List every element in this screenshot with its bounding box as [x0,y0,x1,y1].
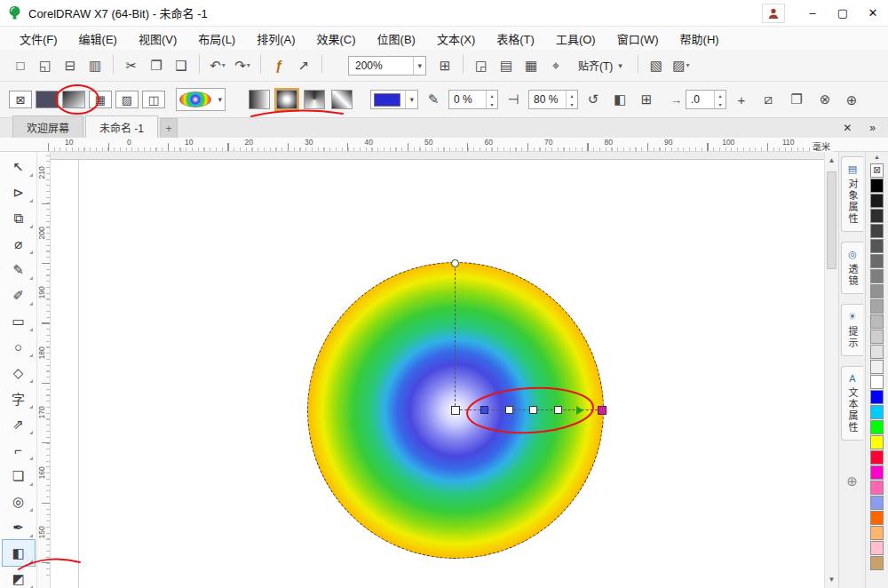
toolbar-button[interactable] [638,54,638,74]
connector-tool[interactable]: ⌐ [3,437,35,463]
save-button[interactable]: ⊟ [59,54,82,77]
tab-untitled-1[interactable]: 未命名 -1 [85,115,158,138]
linear-fountain-button[interactable] [249,90,270,109]
color-swatch[interactable] [870,345,884,359]
color-swatch[interactable] [870,299,884,314]
toolbar-button[interactable] [113,54,114,74]
color-swatch[interactable] [870,526,884,540]
undo-button[interactable]: ↶ [206,54,229,77]
node-color-dropdown[interactable] [370,90,418,109]
conical-fountain-button[interactable] [304,90,325,109]
color-swatch[interactable] [870,179,884,193]
contour-tool[interactable]: ◎ [3,489,35,514]
copy-button[interactable]: ❐ [145,54,168,77]
application-launcher-button[interactable]: ▨ [670,54,693,77]
text-tool[interactable]: 字 [3,385,35,411]
color-swatch[interactable] [870,450,884,465]
redo-button[interactable]: ↷ [231,54,254,77]
stepper[interactable] [566,91,577,108]
color-swatch[interactable] [870,541,884,555]
freehand-tool[interactable]: ✎ [3,257,35,282]
transparency-angle-input[interactable]: .0 [686,90,726,109]
menu-item[interactable]: 文件(F) [9,26,68,52]
scrollbar-thumb[interactable] [827,171,836,269]
menu-item[interactable]: 帮助(H) [670,26,730,52]
gradient-node[interactable] [505,406,513,414]
color-swatch[interactable] [870,209,884,223]
collapse-docker-button[interactable]: » [869,122,876,134]
menu-item[interactable]: 位图(B) [367,26,426,52]
snap-to-dropdown[interactable]: 贴齐(T) [573,55,628,76]
gradient-node[interactable] [554,406,562,414]
rotate-transparency-button[interactable]: ↺ [582,88,605,111]
menu-item[interactable]: 表格(T) [486,26,545,52]
color-swatch[interactable] [870,465,884,480]
color-swatch[interactable] [870,375,884,389]
color-swatch[interactable] [870,224,884,238]
docker-tab-text-properties[interactable]: A 文本属性 [841,366,863,441]
color-swatch[interactable] [870,405,884,419]
quick-customize-docker-button[interactable]: ⊕ [844,473,860,489]
docker-tab-hints[interactable]: ☀ 提示 [841,304,863,356]
menu-item[interactable]: 布局(L) [187,26,246,52]
menu-item[interactable]: 工具(O) [545,26,607,52]
menu-item[interactable]: 文本(X) [426,26,486,52]
toolbar-button[interactable] [199,54,200,74]
menu-item[interactable]: 排列(A) [246,26,305,52]
edit-transparency-button[interactable]: ✎ [422,88,445,111]
color-swatch[interactable] [870,239,884,253]
scroll-up-icon[interactable] [825,154,838,167]
color-swatch[interactable] [870,330,884,344]
color-swatch[interactable] [870,556,884,570]
copy-transparency-button[interactable]: ❐ [785,88,808,111]
smooth-transparency-button[interactable]: ⧄ [757,88,780,111]
parallel-dimension-tool[interactable]: ⇗ [3,411,35,437]
color-swatch[interactable] [870,435,884,449]
show-grid-button[interactable]: ▦ [519,54,543,77]
fullscreen-preview-button[interactable]: ◲ [470,54,493,77]
account-icon[interactable] [762,4,785,23]
freeze-transparency-button[interactable]: ◧ [608,88,631,111]
node-transparency-input[interactable]: 0 % [448,90,498,109]
color-swatch[interactable] [870,284,884,298]
menu-item[interactable]: 效果(C) [306,26,367,52]
gradient-center-handle[interactable] [451,406,460,415]
uniform-transparency-button[interactable] [36,91,59,108]
transparency-midpoint-button[interactable]: ⊣ [502,88,525,111]
minimize-button[interactable]: – [797,1,828,26]
color-swatch[interactable] [870,314,884,329]
transparency-target-button[interactable]: ⊞ [635,88,658,111]
menu-item[interactable]: 窗口(W) [607,26,670,52]
color-swatch[interactable] [870,481,884,495]
transparency-picker-dropdown[interactable] [176,88,226,111]
maximize-button[interactable]: ▢ [828,1,858,26]
color-swatch[interactable] [870,254,884,268]
cut-button[interactable]: ✂ [120,54,143,77]
color-swatch[interactable] [870,269,884,283]
drop-shadow-tool[interactable]: ❏ [3,463,35,489]
snap-settings-button[interactable]: ⌖ [544,54,567,77]
export-button[interactable]: ↗ [292,54,315,77]
open-button[interactable]: ◱ [34,54,57,77]
import-button[interactable]: ƒ [267,54,290,77]
no-fill-toggle-button[interactable]: ⊗ [813,88,836,111]
shape-tool[interactable]: ⊳ [3,179,35,205]
drawing-canvas[interactable] [51,152,824,588]
palette-scroll-up-icon[interactable] [866,154,888,163]
gradient-node-selected[interactable] [480,406,488,414]
color-swatch[interactable] [870,511,884,525]
docker-tab-object-properties[interactable]: ▤ 对象属性 [841,156,863,232]
angle-plus-button[interactable]: + [730,88,753,111]
gradient-top-handle[interactable] [451,259,459,267]
crop-tool[interactable]: ⧉ [3,205,35,231]
gradient-node[interactable] [529,406,537,414]
color-swatch[interactable] [870,390,884,404]
scroll-down-icon[interactable] [825,573,838,586]
ellipse-tool[interactable]: ○ [3,334,35,360]
pick-tool[interactable]: ↖ [3,154,35,179]
no-color-swatch[interactable]: ⊠ [870,163,884,178]
gradient-direction-arrow[interactable] [576,406,583,415]
fountain-transparency-button[interactable] [62,91,85,108]
transparency-tool[interactable]: ◧ [3,540,35,566]
eyedropper-tool[interactable]: ✒ [3,514,35,540]
